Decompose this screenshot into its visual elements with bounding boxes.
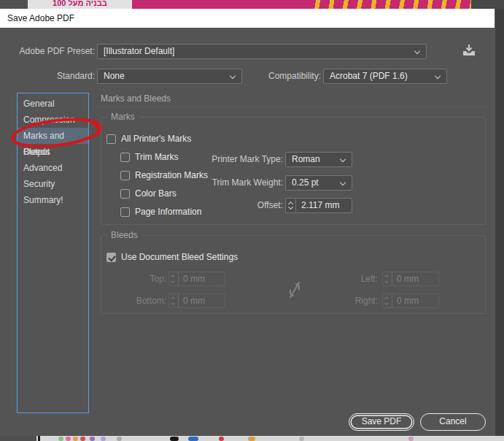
bleed-top-label: Top: [116,272,166,286]
bleed-right-value: 0 mm [397,296,419,306]
all-printers-marks-checkbox[interactable] [106,134,116,144]
bleed-left-stepper [382,272,392,286]
banner-dark-segment-right [471,0,504,9]
background-banner: בבניה מעל 100 [0,0,504,9]
bleed-left-field: 0 mm [392,272,439,286]
preset-value: [Illustrator Default] [104,46,174,56]
offset-input[interactable]: 2.117 mm [295,198,352,213]
bleed-top-field: 0 mm [178,272,225,286]
sidebar-item-advanced[interactable]: Advanced [18,160,88,176]
bleeds-legend: Bleeds [107,230,141,240]
color-blob [58,437,63,441]
save-adobe-pdf-dialog: Save Adobe PDF Adobe PDF Preset: [Illust… [0,9,495,436]
unlink-icon [287,280,302,300]
cancel-button[interactable]: Cancel [420,413,486,431]
color-blob [408,437,414,441]
compatibility-dropdown[interactable]: Acrobat 7 (PDF 1.6) [323,69,447,84]
color-blob [170,437,179,441]
color-blob [299,437,304,441]
trim-marks-checkbox[interactable] [120,153,130,162]
marks-legend: Marks [107,112,139,122]
banner-text-box: בבניה מעל 100 [28,0,132,9]
printer-mark-type-label: Printer Mark Type: [174,152,283,167]
color-blob [219,437,224,441]
save-pdf-button[interactable]: Save PDF [349,413,414,431]
bleed-bottom-field: 0 mm [178,294,225,308]
trim-mark-weight-label: Trim Mark Weight: [174,175,283,191]
stepper-down-icon [171,301,175,305]
bleed-bottom-label: Bottom: [116,294,166,308]
color-blob [90,437,95,441]
background-artboard-strip [0,436,504,441]
page-information-checkbox[interactable] [120,207,130,217]
banner-dark-segment [0,0,28,9]
color-bars-label: Color Bars [135,188,177,199]
color-bars-checkbox[interactable] [120,189,130,199]
preset-label: Adobe PDF Preset: [0,44,95,59]
stepper-up-icon [171,296,175,301]
color-blob [80,437,85,441]
divider [95,107,486,107]
standard-dropdown[interactable]: None [97,69,242,84]
compatibility-value: Acrobat 7 (PDF 1.6) [330,71,408,81]
trim-marks-label: Trim Marks [135,152,179,163]
chevron-down-icon [414,48,420,54]
sidebar-item-general[interactable]: General [18,96,88,112]
bleed-bottom-value: 0 mm [183,296,205,306]
panel-title: Marks and Bleeds [101,93,171,104]
offset-value: 2.117 mm [301,200,339,210]
bleed-bottom-stepper [168,294,178,308]
chevron-down-icon [435,73,441,79]
standard-value: None [104,71,125,81]
marks-group: Marks All Printer's Marks Trim Marks Reg… [101,117,486,225]
bleed-left-label: Left: [342,272,378,286]
stepper-down-icon [288,204,293,210]
artboard-dark-segment [0,436,36,441]
color-blob [101,437,106,441]
stepper-down-icon [384,279,389,283]
registration-marks-checkbox[interactable] [120,171,130,180]
stepper-down-icon [171,279,175,283]
color-blob [73,437,78,441]
printer-mark-type-value: Roman [292,154,320,164]
sidebar-item-summary[interactable]: Summary! [18,192,88,208]
color-blob [188,437,198,441]
sidebar-item-marks-and-bleeds[interactable]: Marks and Bleeds [18,128,88,144]
preset-dropdown[interactable]: [Illustrator Default] [97,44,427,59]
stepper-up-icon [384,296,389,301]
color-blob [248,437,255,441]
banner-text: בבניה מעל 100 [28,0,132,9]
all-printers-marks-label: All Printer's Marks [121,134,191,145]
bleed-top-stepper [168,272,178,286]
bleed-right-stepper [382,294,392,308]
bleed-left-value: 0 mm [397,274,419,284]
sidebar-item-compression[interactable]: Compression [18,112,88,128]
stepper-down-icon [384,301,389,305]
bleed-right-field: 0 mm [392,294,439,308]
chevron-down-icon [340,180,346,185]
use-document-bleed-checkbox[interactable] [106,253,116,262]
app-background-gutter [495,9,504,436]
stepper-up-icon [384,275,389,279]
chevron-down-icon [230,73,236,79]
dialog-title: Save Adobe PDF [0,9,495,28]
chevron-down-icon [340,156,346,162]
compatibility-label: Compatibility: [248,69,321,84]
color-blob [117,437,122,441]
screen: בבניה מעל 100 Save Adobe PDF Adobe PDF P… [0,0,504,441]
settings-sidebar: General Compression Marks and Bleeds Out… [17,93,89,413]
dialog-titlebar: Save Adobe PDF [0,9,495,28]
use-document-bleed-label: Use Document Bleed Settings [121,252,238,263]
standard-label: Standard: [0,69,95,84]
save-preset-icon[interactable] [460,43,478,58]
sidebar-item-output[interactable]: Output [18,144,88,160]
trim-mark-weight-value: 0.25 pt [292,177,319,188]
offset-label: Offset: [174,198,283,213]
sidebar-item-security[interactable]: Security [18,176,88,192]
printer-mark-type-dropdown[interactable]: Roman [285,152,352,167]
bleeds-group: Bleeds Use Document Bleed Settings Top: … [101,235,486,314]
banner-yellow-pattern [306,0,471,9]
bleed-top-value: 0 mm [183,274,205,284]
trim-mark-weight-dropdown[interactable]: 0.25 pt [285,175,352,191]
offset-stepper[interactable] [285,198,295,213]
